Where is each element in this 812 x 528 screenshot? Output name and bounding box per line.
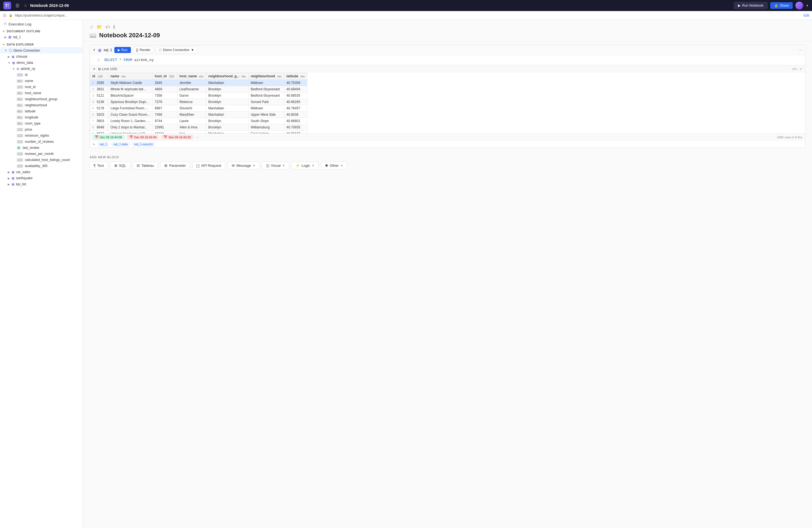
- table-cell: Cozy Clean Guest Room...: [108, 112, 152, 118]
- col-type-price: 123: [17, 128, 23, 131]
- table-cell: Garon: [177, 92, 206, 99]
- code-editor[interactable]: 1 SELECT * FROM airbnb_ny: [90, 55, 805, 65]
- block-btn-tableau[interactable]: ⊟ Tableau: [133, 162, 158, 170]
- airbnb-ny-label: airbnb_ny: [21, 67, 35, 71]
- avatar-dropdown-icon[interactable]: ▼: [806, 4, 809, 7]
- col-header-host-name[interactable]: host_name Abc: [177, 73, 206, 80]
- star-icon[interactable]: ☆: [24, 3, 27, 8]
- table-cell: LisaRoxanne: [177, 86, 206, 92]
- table-cell: 7356: [153, 92, 177, 99]
- col-header-neighbourhood-g[interactable]: neighbourhood_g... Abc: [206, 73, 248, 80]
- block-btn-parameter[interactable]: ⊞ Parameter: [160, 162, 190, 170]
- render-button[interactable]: {} Render: [133, 47, 154, 53]
- timestamps-more-button[interactable]: ···: [196, 135, 199, 139]
- results-collapse-icon[interactable]: ▼: [92, 67, 96, 71]
- block-btn-text[interactable]: ¶ Text: [89, 162, 108, 170]
- text-block-icon: ¶: [93, 163, 96, 167]
- chevron-dc-icon: ▼: [4, 49, 7, 52]
- col-header-latitude[interactable]: latitude Abc: [284, 73, 307, 80]
- sidebar-demo-data[interactable]: ▼ ▦ demo_data: [0, 60, 83, 66]
- ref-sql1-data[interactable]: sql_1.data: [111, 142, 130, 146]
- table-cell: BlissArtsSpace!: [108, 92, 152, 99]
- limit-badge[interactable]: ⊠ Limit 1000: [98, 67, 117, 71]
- block-btn-sql[interactable]: ⊞ SQL: [110, 162, 130, 170]
- table-cell: Laurie: [177, 118, 206, 124]
- sidebar-kpi-list[interactable]: ▶ ▦ kpi_list: [0, 181, 83, 187]
- block-buttons: ¶ Text ⊞ SQL ⊟ Tableau ⊞ Parameter: [89, 162, 806, 170]
- col-header-name[interactable]: name Abc: [108, 73, 152, 80]
- table-cell: East Harlem: [248, 131, 284, 134]
- sidebar-earthquake[interactable]: ▶ ▦ earthquake: [0, 175, 83, 181]
- row-number: 6: [92, 113, 94, 116]
- tableau-block-icon: ⊟: [137, 163, 140, 167]
- limit-icon: ⊠: [98, 67, 101, 71]
- ref-sql1[interactable]: sql_1: [98, 142, 109, 146]
- menu-icon[interactable]: ☰: [14, 2, 21, 10]
- sidebar-col-av365: 123 availability_365: [0, 163, 83, 169]
- block-btn-other[interactable]: ✱ Other ▼: [321, 162, 347, 170]
- block-btn-message[interactable]: ✉ Message ▼: [228, 162, 260, 170]
- ref-sql1-export[interactable]: sql_1.export(): [132, 142, 155, 146]
- col-header-host-id[interactable]: host_id 123: [153, 73, 177, 80]
- table-row: 65203Cozy Clean Guest Room...7490MaryEll…: [90, 112, 307, 118]
- table-cell: 8967: [153, 105, 177, 112]
- execution-log-row[interactable]: ⏱ Execution Log: [0, 20, 83, 28]
- col-header-id[interactable]: id 123: [90, 73, 108, 80]
- block-btn-visual[interactable]: ◫ Visual ▼: [262, 162, 289, 170]
- table-cell: Allen & Irina: [177, 124, 206, 131]
- row-number: 3: [92, 94, 94, 97]
- app-logo[interactable]: [3, 2, 11, 10]
- folder-icon[interactable]: 📁: [97, 24, 102, 30]
- connection-button[interactable]: ⬡ Demo Connection ▼: [156, 47, 197, 53]
- visual-block-icon: ◫: [266, 163, 269, 167]
- cell-refs: ↳ sql_1 sql_1.data sql_1.export(): [90, 141, 805, 147]
- edit-button[interactable]: Edit: [803, 14, 809, 17]
- sql-block-icon: ⊞: [114, 163, 117, 167]
- sidebar-sql1[interactable]: ▶ ▦ sql_1: [0, 34, 83, 40]
- info-icon[interactable]: ℹ: [113, 24, 115, 30]
- run-button[interactable]: ▶ Run: [114, 47, 131, 53]
- sidebar-demo-connection[interactable]: ▼ ⬡ Demo Connection: [0, 47, 83, 54]
- sidebar-chinook[interactable]: ▶ ▦ chinook: [0, 54, 83, 60]
- table-row: 23831Whole flr w/private bdr...4869LisaR…: [90, 86, 307, 92]
- cell-more-button[interactable]: ···: [799, 48, 802, 52]
- table-row: 55178Large Furnished Room ...8967Shunich…: [90, 105, 307, 112]
- demo-connection-label: Demo Connection: [14, 48, 40, 53]
- expand-icon[interactable]: ⤢: [799, 67, 802, 71]
- logic-dropdown-icon: ▼: [312, 164, 315, 167]
- block-btn-api-request[interactable]: [ ] API Request: [192, 162, 226, 170]
- sidebar-document-outline[interactable]: ▼ DOCUMENT OUTLINE: [0, 28, 83, 34]
- chevron-eq-icon: ▶: [8, 177, 10, 180]
- block-btn-logic[interactable]: ⚡ Logic ▼: [291, 162, 319, 170]
- tag-icon[interactable]: 🏷: [105, 25, 110, 30]
- table-cell: Shunichi: [177, 105, 206, 112]
- col-type-rpm: 123: [17, 152, 23, 156]
- share-button[interactable]: 🔒 Share: [770, 2, 793, 9]
- col-name-mn: minimum_nights: [25, 134, 49, 137]
- sidebar-car-sales[interactable]: ▶ ▦ car_sales: [0, 169, 83, 175]
- other-dropdown-icon: ▼: [340, 164, 343, 167]
- notebook-title-text: Notebook 2024-12-09: [99, 32, 160, 39]
- col-header-neighbourhood[interactable]: neighbourhood Abc: [248, 73, 284, 80]
- table-cell: 23831: [90, 86, 108, 92]
- top-bar: ☰ ☆ Notebook 2024-12-09 ▶ Run Notebook 🔒…: [0, 0, 812, 11]
- table-cell: 16104: [153, 131, 177, 134]
- table-cell: 35121: [90, 92, 108, 99]
- table-cell: Whole flr w/private bdr...: [108, 86, 152, 92]
- sql-cell: ▼ ▦ sql_1 ▶ Run {} Render ⬡ Demo Connect…: [89, 45, 806, 148]
- calendar-icon-red1: 📅: [129, 135, 133, 139]
- sidebar-airbnb-ny[interactable]: ▼ ⊞ airbnb_ny: [0, 66, 83, 72]
- star-nb-icon[interactable]: ☆: [89, 24, 93, 30]
- sidebar-data-explorer[interactable]: ▼ DATA EXPLORER: [0, 42, 83, 47]
- svg-rect-3: [8, 6, 9, 7]
- table-cell: 45136: [90, 99, 108, 105]
- avatar[interactable]: [795, 2, 803, 10]
- table-cell: 4869: [153, 86, 177, 92]
- table-cell: Uptown Sanctuary w/ P...: [108, 131, 152, 134]
- execution-log-label: Execution Log: [9, 22, 31, 26]
- run-notebook-button[interactable]: ▶ Run Notebook: [734, 2, 768, 9]
- earthquake-label: earthquake: [16, 176, 33, 180]
- code-expand-icon[interactable]: </>: [792, 67, 797, 71]
- cell-collapse-icon[interactable]: ▼: [92, 48, 96, 52]
- table-row: 35121BlissArtsSpace!7356GaronBrooklynBed…: [90, 92, 307, 99]
